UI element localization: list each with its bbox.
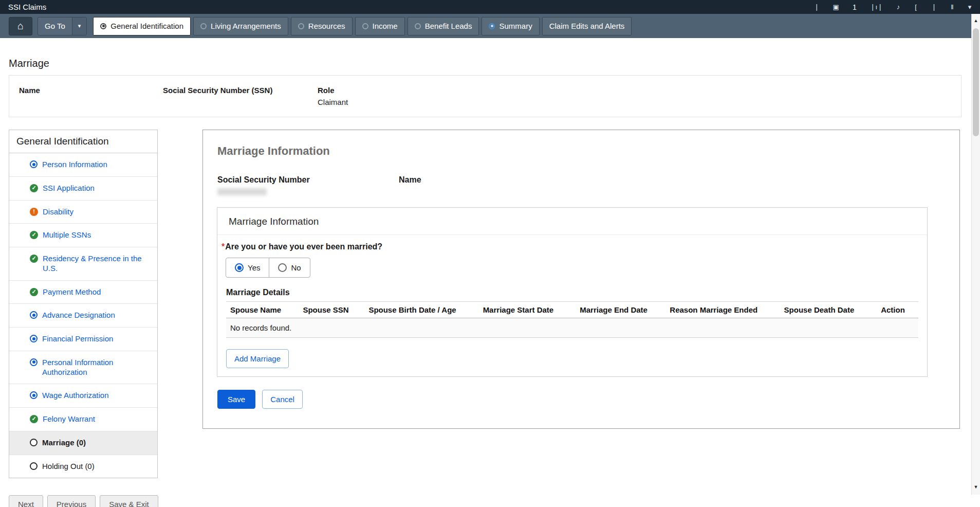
sidebar-item-label: Holding Out (0) <box>42 462 95 472</box>
chevron-down-icon[interactable]: ▾ <box>968 3 972 11</box>
sidebar-item-ssi-application[interactable]: ✓SSI Application <box>9 177 157 201</box>
radio-option-no[interactable]: No <box>269 258 309 277</box>
sidebar-item-label: Person Information <box>42 160 107 170</box>
sidebar-item-felony-warrant[interactable]: ✓Felony Warrant <box>9 408 157 431</box>
sidebar-item-label: Wage Authorization <box>42 391 109 401</box>
status-inprogress-icon <box>30 335 38 342</box>
previous-button[interactable]: Previous <box>47 495 96 507</box>
tab-summary[interactable]: Summary <box>482 17 539 35</box>
sidebar-item-marriage-0[interactable]: Marriage (0) <box>9 431 157 455</box>
sidebar: General Identification Person Informatio… <box>9 130 158 478</box>
meter-icon[interactable]: ❘ı❘ <box>870 3 883 11</box>
tab-status-icon <box>362 23 368 29</box>
goto-dropdown[interactable]: Go To ▾ <box>38 17 87 35</box>
wizard-buttons: Next Previous Save & Exit <box>9 495 158 507</box>
sidebar-item-advance-designation[interactable]: Advance Designation <box>9 304 157 328</box>
add-marriage-button[interactable]: Add Marriage <box>226 349 289 368</box>
empty-message: No records found. <box>226 318 918 338</box>
scrollbar-thumb[interactable] <box>973 28 979 136</box>
tab-label: Living Arrangements <box>211 22 281 30</box>
tab-status-icon <box>489 23 495 29</box>
ssn-label: Social Security Number <box>217 175 310 185</box>
tab-status-icon <box>100 23 106 29</box>
tab-benefit-leads[interactable]: Benefit Leads <box>408 17 479 35</box>
person-ssn-label: Social Security Number (SSN) <box>163 86 272 95</box>
col-action: Action <box>877 302 918 318</box>
sidebar-item-label: Payment Method <box>43 287 101 297</box>
app-title: SSI Claims <box>8 3 46 11</box>
sidebar-item-person-information[interactable]: Person Information <box>9 153 157 177</box>
topbar-icons: ❘▣1❘ı❘♪[❘‖▾ <box>814 3 972 11</box>
radio-icon <box>235 263 244 272</box>
person-role-value: Claimant <box>318 98 348 106</box>
goto-label: Go To <box>38 17 72 35</box>
ssn-value-redacted <box>217 188 267 195</box>
sidebar-item-label: Marriage (0) <box>42 438 86 448</box>
scroll-down-arrow-icon[interactable]: ▼ <box>972 481 980 493</box>
bars-icon[interactable]: ‖ <box>950 3 954 11</box>
cursor-icon[interactable]: ❘ <box>814 3 820 11</box>
primary-nav: ⌂ Go To ▾ General IdentificationLiving A… <box>0 14 971 38</box>
status-alert-icon: ! <box>30 208 38 216</box>
sidebar-item-label: Disability <box>43 207 73 217</box>
window-icon[interactable]: ▣ <box>833 3 839 11</box>
vertical-scrollbar[interactable]: ▲ ▼ <box>971 14 980 495</box>
tab-label: Resources <box>308 22 345 30</box>
tab-general-identification[interactable]: General Identification <box>93 17 191 35</box>
col-spouse-death-date: Spouse Death Date <box>780 302 877 318</box>
home-icon: ⌂ <box>17 20 24 32</box>
person-header: Name Social Security Number (SSN) Role C… <box>9 75 961 117</box>
marriage-details-heading: Marriage Details <box>226 288 927 297</box>
sidebar-item-label: Personal Information Authorization <box>42 358 152 377</box>
save-exit-button[interactable]: Save & Exit <box>100 495 158 507</box>
tab-claim-edits-and-alerts[interactable]: Claim Edits and Alerts <box>542 17 632 35</box>
marriage-form: Marriage Information *Are you or have yo… <box>217 207 928 377</box>
col-marriage-end-date: Marriage End Date <box>576 302 665 318</box>
sidebar-list: Person Information✓SSI Application!Disab… <box>9 153 157 478</box>
marriage-question-row: *Are you or have you ever been married? <box>221 242 927 251</box>
sidebar-item-payment-method[interactable]: ✓Payment Method <box>9 281 157 304</box>
status-complete-icon: ✓ <box>30 231 38 239</box>
person-role-label: Role <box>318 86 348 95</box>
tab-living-arrangements[interactable]: Living Arrangements <box>193 17 288 35</box>
sidebar-item-label: Felony Warrant <box>43 414 95 424</box>
bracket-icon[interactable]: [ <box>914 3 918 11</box>
save-button[interactable]: Save <box>217 390 255 409</box>
marriage-panel: Marriage Information Social Security Num… <box>202 130 960 429</box>
next-button[interactable]: Next <box>9 495 43 507</box>
sidebar-item-disability[interactable]: !Disability <box>9 201 157 224</box>
scroll-up-arrow-icon[interactable]: ▲ <box>972 15 980 26</box>
status-complete-icon: ✓ <box>30 255 38 263</box>
radio-option-yes[interactable]: Yes <box>226 258 269 277</box>
status-inprogress-icon <box>30 311 38 319</box>
tab-label: Benefit Leads <box>425 22 472 30</box>
status-complete-icon: ✓ <box>30 288 38 296</box>
sidebar-item-multiple-ssns[interactable]: ✓Multiple SSNs <box>9 224 157 247</box>
cancel-button[interactable]: Cancel <box>262 390 303 409</box>
home-button[interactable]: ⌂ <box>9 17 32 35</box>
col-spouse-birth-date-age: Spouse Birth Date / Age <box>364 302 478 318</box>
tab-label: Summary <box>499 22 532 30</box>
tab-status-icon <box>415 23 421 29</box>
sidebar-item-personal-information-authorization[interactable]: Personal Information Authorization <box>9 351 157 385</box>
person-name-label: Name <box>19 86 40 95</box>
pipe-icon[interactable]: ❘ <box>931 3 937 11</box>
marriage-details-table: Spouse NameSpouse SSNSpouse Birth Date /… <box>226 301 918 338</box>
form-actions: Save Cancel <box>217 390 303 409</box>
sidebar-item-holding-out-0[interactable]: Holding Out (0) <box>9 455 157 478</box>
sidebar-item-financial-permission[interactable]: Financial Permission <box>9 328 157 351</box>
topbar: SSI Claims ❘▣1❘ı❘♪[❘‖▾ <box>0 0 980 14</box>
person-name-column: Name <box>19 86 40 95</box>
page-indicator: 1 <box>853 3 857 11</box>
tab-income[interactable]: Income <box>355 17 405 35</box>
status-empty-icon <box>30 439 38 446</box>
note-icon[interactable]: ♪ <box>896 3 900 11</box>
sidebar-item-residency-presence-in-the-u-s[interactable]: ✓Residency & Presence in the U.S. <box>9 247 157 281</box>
sidebar-title: General Identification <box>9 130 157 153</box>
person-role-column: Role Claimant <box>318 86 348 106</box>
required-asterisk: * <box>221 242 225 251</box>
sidebar-item-wage-authorization[interactable]: Wage Authorization <box>9 384 157 408</box>
sidebar-item-label: Multiple SSNs <box>43 230 91 240</box>
tab-resources[interactable]: Resources <box>291 17 353 35</box>
status-inprogress-icon <box>30 391 38 399</box>
